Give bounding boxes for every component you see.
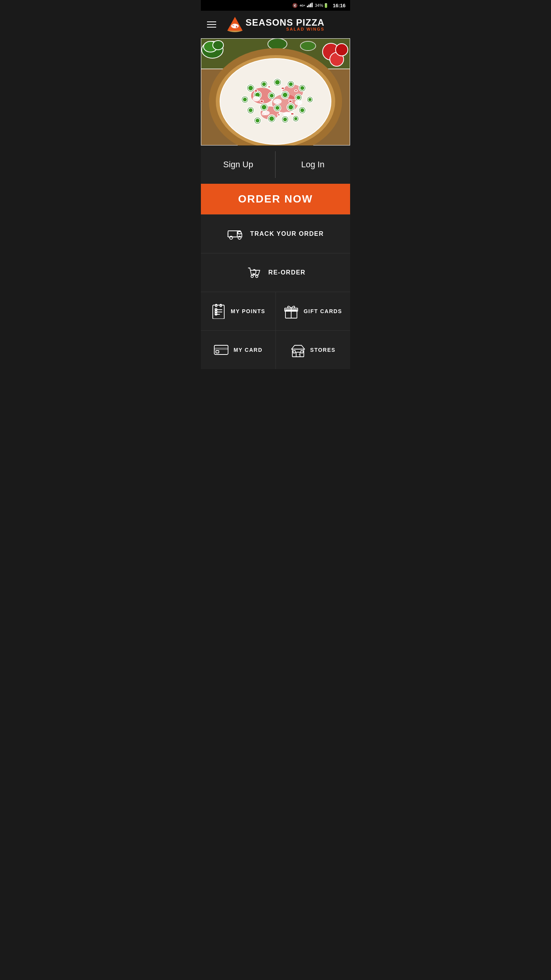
svg-point-50 — [248, 108, 253, 113]
my-card-label: MY CARD — [233, 347, 262, 353]
hamburger-line-3 — [207, 27, 216, 28]
svg-point-32 — [275, 80, 280, 85]
svg-point-30 — [262, 82, 266, 87]
svg-rect-76 — [291, 113, 294, 115]
svg-point-52 — [261, 105, 267, 110]
svg-rect-105 — [214, 348, 228, 350]
svg-point-38 — [243, 97, 247, 102]
hamburger-line-1 — [207, 21, 216, 22]
hamburger-menu-button[interactable] — [207, 21, 216, 28]
signal-icon — [307, 3, 313, 8]
svg-point-54 — [275, 106, 280, 110]
mute-icon: 🔇 — [292, 3, 298, 8]
my-card-button[interactable]: MY CARD — [201, 331, 276, 369]
svg-rect-92 — [215, 304, 217, 307]
track-order-label: TRACK YOUR ORDER — [250, 230, 324, 237]
svg-point-34 — [289, 82, 293, 87]
header: S SEASONS PIZZA SALAD WINGS — [201, 11, 350, 38]
svg-point-62 — [269, 116, 274, 121]
logo: S SEASONS PIZZA SALAD WINGS — [227, 16, 324, 33]
logo-text: SEASONS PIZZA SALAD WINGS — [246, 18, 324, 31]
status-icons: 🔇 4G+ 34%🔋 16:16 — [292, 2, 346, 8]
svg-rect-110 — [301, 351, 303, 353]
reorder-button[interactable]: RE-ORDER — [201, 253, 350, 292]
svg-rect-2 — [308, 5, 310, 7]
svg-rect-4 — [311, 3, 313, 7]
pizza-svg — [201, 38, 350, 145]
my-points-label: MY POINTS — [231, 308, 265, 314]
reorder-icon — [245, 264, 262, 281]
svg-point-64 — [283, 117, 287, 122]
battery-icon: 34%🔋 — [315, 3, 329, 8]
hamburger-line-2 — [207, 24, 216, 25]
svg-rect-73 — [289, 100, 292, 102]
card-icon — [214, 342, 229, 358]
svg-point-28 — [248, 85, 253, 91]
svg-point-19 — [300, 41, 316, 51]
svg-point-89 — [251, 275, 253, 278]
gift-cards-label: GIFT CARDS — [303, 308, 342, 314]
card-stores-row: MY CARD STORES — [201, 330, 350, 369]
svg-rect-109 — [293, 351, 295, 353]
reorder-label: RE-ORDER — [268, 269, 305, 276]
auth-row: Sign Up Log In — [201, 145, 350, 184]
track-order-button[interactable]: TRACK YOUR ORDER — [201, 214, 350, 253]
truck-icon — [227, 225, 244, 242]
svg-text:4G+: 4G+ — [300, 4, 305, 7]
order-now-button[interactable]: ORDER NOW — [201, 184, 350, 214]
svg-point-36 — [300, 86, 305, 90]
store-icon — [290, 342, 306, 358]
svg-point-60 — [255, 118, 260, 123]
status-bar: 🔇 4G+ 34%🔋 16:16 — [201, 0, 350, 11]
svg-rect-106 — [216, 351, 219, 353]
gift-cards-button[interactable]: GIFT CARDS — [276, 292, 350, 330]
svg-rect-70 — [295, 90, 297, 91]
login-button[interactable]: Log In — [276, 145, 350, 184]
svg-point-14 — [213, 41, 223, 50]
svg-point-66 — [294, 117, 298, 121]
svg-rect-71 — [260, 100, 263, 102]
svg-point-78 — [274, 99, 281, 104]
points-giftcards-row: MY POINTS GIFT CARDS — [201, 292, 350, 330]
hero-image — [201, 38, 350, 145]
svg-point-56 — [288, 105, 293, 110]
gift-icon — [284, 304, 299, 319]
svg-point-42 — [269, 93, 274, 98]
svg-rect-67 — [254, 90, 258, 92]
svg-text:S: S — [233, 23, 236, 29]
order-now-label: ORDER NOW — [238, 193, 313, 205]
svg-rect-75 — [277, 114, 280, 116]
svg-point-17 — [336, 44, 348, 56]
svg-rect-68 — [268, 86, 271, 88]
signup-label: Sign Up — [223, 160, 253, 170]
svg-point-90 — [256, 275, 258, 278]
svg-point-46 — [296, 95, 301, 100]
logo-sub: SALAD WINGS — [246, 27, 324, 31]
my-points-button[interactable]: MY POINTS — [201, 292, 276, 330]
svg-rect-93 — [220, 304, 222, 307]
login-label: Log In — [301, 160, 324, 170]
stores-label: STORES — [310, 347, 336, 353]
svg-point-77 — [253, 96, 260, 101]
svg-point-80 — [262, 111, 269, 115]
network-icon: 4G+ — [300, 2, 305, 8]
svg-point-48 — [308, 98, 312, 101]
signup-button[interactable]: Sign Up — [201, 145, 276, 184]
svg-point-81 — [284, 112, 290, 116]
svg-rect-82 — [228, 231, 237, 237]
svg-point-79 — [295, 100, 302, 105]
clock: 16:16 — [333, 3, 346, 8]
svg-point-18 — [268, 38, 287, 50]
points-icon — [211, 304, 226, 319]
logo-pizza-slice-icon: S — [227, 16, 243, 33]
svg-rect-1 — [307, 6, 308, 7]
svg-point-44 — [282, 92, 288, 98]
svg-rect-69 — [281, 87, 284, 89]
svg-point-111 — [299, 354, 300, 355]
svg-point-58 — [300, 108, 305, 113]
logo-brand: SEASONS PIZZA — [246, 18, 324, 27]
stores-button[interactable]: STORES — [276, 331, 350, 369]
svg-rect-3 — [310, 3, 311, 7]
